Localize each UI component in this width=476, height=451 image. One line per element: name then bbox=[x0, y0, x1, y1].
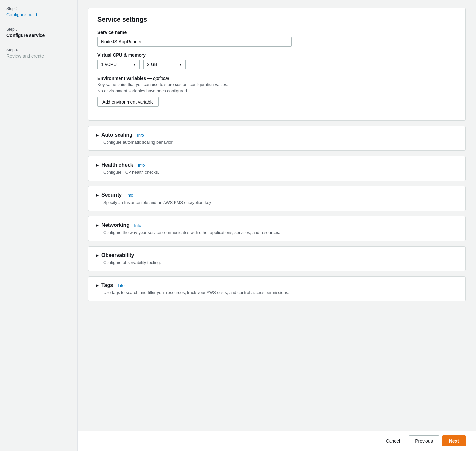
auto-scaling-description: Configure automatic scaling behavior. bbox=[103, 140, 458, 145]
add-environment-variable-button[interactable]: Add environment variable bbox=[97, 97, 159, 107]
divider-2 bbox=[6, 44, 71, 44]
sidebar-step2: Step 2 Configure build bbox=[6, 6, 71, 17]
service-settings-card: Service settings Service name Virtual CP… bbox=[88, 8, 466, 121]
observability-title: Observability bbox=[101, 252, 134, 258]
vcpu-memory-row: 1 vCPU 2 vCPU 4 vCPU ▼ 2 GB 4 GB 8 GB ▼ bbox=[97, 60, 456, 69]
health-check-title: Health check bbox=[101, 162, 133, 168]
sidebar-step3: Step 3 Configure service bbox=[6, 27, 71, 38]
observability-card: ▶ Observability Configure observability … bbox=[88, 246, 466, 271]
service-name-label: Service name bbox=[97, 30, 456, 35]
env-vars-label: Environment variables — optional bbox=[97, 76, 456, 81]
auto-scaling-info-link[interactable]: Info bbox=[137, 133, 144, 138]
health-check-header[interactable]: ▶ Health check Info bbox=[96, 162, 458, 168]
tags-card: ▶ Tags Info Use tags to search and filte… bbox=[88, 276, 466, 301]
tags-expand-icon: ▶ bbox=[96, 283, 99, 288]
tags-title: Tags bbox=[101, 282, 113, 288]
vcpu-select[interactable]: 1 vCPU 2 vCPU 4 vCPU bbox=[97, 60, 140, 69]
health-check-expand-icon: ▶ bbox=[96, 163, 99, 167]
memory-select-wrapper: 2 GB 4 GB 8 GB ▼ bbox=[143, 60, 186, 69]
tags-header[interactable]: ▶ Tags Info bbox=[96, 282, 458, 288]
networking-expand-icon: ▶ bbox=[96, 223, 99, 227]
sidebar-item-configure-build[interactable]: Configure build bbox=[6, 12, 71, 17]
auto-scaling-expand-icon: ▶ bbox=[96, 133, 99, 137]
sidebar-item-review-create: Review and create bbox=[6, 53, 71, 59]
networking-header[interactable]: ▶ Networking Info bbox=[96, 222, 458, 228]
networking-info-link[interactable]: Info bbox=[134, 223, 141, 228]
service-name-group: Service name bbox=[97, 30, 456, 47]
auto-scaling-header[interactable]: ▶ Auto scaling Info bbox=[96, 132, 458, 138]
memory-select[interactable]: 2 GB 4 GB 8 GB bbox=[143, 60, 186, 69]
security-title: Security bbox=[101, 192, 122, 198]
env-vars-description: Key-value pairs that you can use to stor… bbox=[97, 82, 456, 87]
vcpu-memory-label: Virtual CPU & memory bbox=[97, 52, 456, 58]
health-check-info-link[interactable]: Info bbox=[138, 163, 145, 168]
security-expand-icon: ▶ bbox=[96, 193, 99, 197]
health-check-description: Configure TCP health checks. bbox=[103, 170, 458, 175]
tags-description: Use tags to search and filter your resou… bbox=[103, 290, 458, 295]
env-vars-group: Environment variables — optional Key-val… bbox=[97, 76, 456, 107]
security-description: Specify an Instance role and an AWS KMS … bbox=[103, 200, 458, 205]
auto-scaling-card: ▶ Auto scaling Info Configure automatic … bbox=[88, 126, 466, 151]
cancel-button[interactable]: Cancel bbox=[380, 435, 406, 446]
main-content: Service settings Service name Virtual CP… bbox=[78, 0, 476, 451]
tags-info-link[interactable]: Info bbox=[118, 283, 125, 288]
step3-label: Step 3 bbox=[6, 27, 71, 32]
security-card: ▶ Security Info Specify an Instance role… bbox=[88, 186, 466, 211]
auto-scaling-title: Auto scaling bbox=[101, 132, 132, 138]
step4-label: Step 4 bbox=[6, 48, 71, 52]
vcpu-memory-group: Virtual CPU & memory 1 vCPU 2 vCPU 4 vCP… bbox=[97, 52, 456, 69]
previous-button[interactable]: Previous bbox=[409, 435, 439, 446]
health-check-card: ▶ Health check Info Configure TCP health… bbox=[88, 156, 466, 181]
sidebar-step4: Step 4 Review and create bbox=[6, 48, 71, 59]
observability-header[interactable]: ▶ Observability bbox=[96, 252, 458, 258]
step2-label: Step 2 bbox=[6, 6, 71, 11]
sidebar: Step 2 Configure build Step 3 Configure … bbox=[0, 0, 78, 451]
action-bar: Cancel Previous Next bbox=[78, 431, 476, 451]
security-info-link[interactable]: Info bbox=[126, 193, 133, 198]
page-title: Service settings bbox=[97, 16, 456, 23]
networking-description: Configure the way your service communica… bbox=[103, 230, 458, 235]
env-vars-empty-message: No environment variables have been confi… bbox=[97, 88, 456, 93]
security-header[interactable]: ▶ Security Info bbox=[96, 192, 458, 198]
next-button[interactable]: Next bbox=[442, 435, 466, 446]
sidebar-item-configure-service: Configure service bbox=[6, 33, 71, 38]
networking-title: Networking bbox=[101, 222, 130, 228]
networking-card: ▶ Networking Info Configure the way your… bbox=[88, 216, 466, 241]
service-name-input[interactable] bbox=[97, 37, 292, 47]
divider-1 bbox=[6, 23, 71, 23]
observability-expand-icon: ▶ bbox=[96, 253, 99, 258]
env-optional-label: optional bbox=[153, 76, 169, 81]
observability-description: Configure observability tooling. bbox=[103, 260, 458, 265]
vcpu-select-wrapper: 1 vCPU 2 vCPU 4 vCPU ▼ bbox=[97, 60, 140, 69]
